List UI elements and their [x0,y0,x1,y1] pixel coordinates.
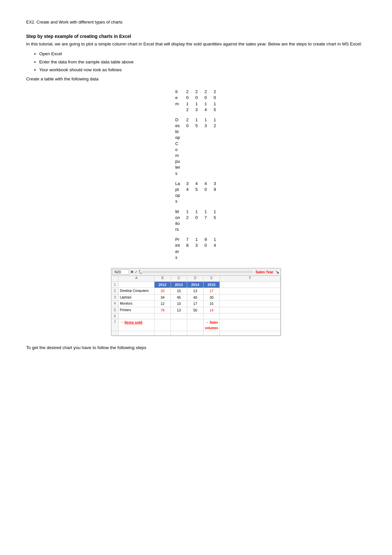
row-7-b [155,319,171,331]
row-6-c [171,313,187,319]
row-7-d [187,319,204,331]
row-2-b[interactable]: 20 [155,288,171,294]
val-monitors-2014: 17 [201,206,210,234]
table-row-desktop: DesktopComputers 20 15 13 12 [172,114,219,177]
row-8-d [187,331,204,335]
row-4-a[interactable]: Monitors [119,301,155,307]
val-printers-2013: 13 [192,233,201,261]
row-5-e[interactable]: 14 [204,307,220,313]
arrow-top: ↘ [275,269,279,275]
col-2013-header: 2013 [192,88,201,114]
year-2012: 2012 [186,89,188,112]
row-1-b[interactable]: 2012 [155,282,171,288]
row-3-num: 3 [111,294,119,301]
val-laptops-2014: 40 [201,177,210,206]
val-monitors-2013: 10 [192,206,201,234]
cancel-icon[interactable]: ✖ [130,270,134,274]
row-8-b [155,331,171,335]
row-7-f [220,319,281,331]
col-2014-header: 2014 [201,88,210,114]
val-desktop-2012: 20 [183,114,192,177]
row-1-a [119,282,155,288]
arrow-left: → [120,320,123,324]
val-monitors-2015: 15 [210,206,220,234]
item-desktop: DesktopComputers [172,114,183,177]
val-desktop-2013: 15 [192,114,201,177]
table-row-printers: Printers 78 13 90 14 [172,233,219,261]
row-4-f [220,301,281,307]
row-4-b[interactable]: 12 [155,301,171,307]
item-header-text: Item [175,89,179,106]
row-num-spacer [111,276,119,281]
row-1-c[interactable]: 2013 [171,282,187,288]
row-6-a [119,313,155,319]
row-2-c[interactable]: 15 [171,288,187,294]
sales-year-label: Sales Year [255,270,273,274]
row-4-c[interactable]: 10 [171,301,187,307]
row-8-c [171,331,187,335]
row-1-d[interactable]: 2014 [187,282,204,288]
row-7-items-sold[interactable]: → Items sold [119,319,155,331]
val-printers-2015: 14 [210,233,220,261]
row-2-f [220,288,281,294]
formula-bar: N20 ✖ ✓ fx Sales Year ↘ [111,268,281,276]
table-row-monitors: Monitors 12 10 17 15 [172,206,219,234]
item-printers: Printers [172,233,183,261]
col-header-a: A [119,276,155,281]
row-8-a [119,331,155,335]
row-7-num: 7 [111,319,119,331]
bullet-3: Your workbook should now look as follows [39,66,366,74]
year-2013: 2013 [195,89,198,112]
row-3-c[interactable]: 45 [171,294,187,301]
row-3-e[interactable]: 30 [204,294,220,301]
row-5-b[interactable]: 78 [155,307,171,313]
row-4-d[interactable]: 17 [187,301,204,307]
bullet-list: Open Excel Enter the data from the sampl… [39,50,366,74]
row-1-f [220,282,281,288]
bullet-1: Open Excel [39,50,366,58]
items-sold-label: Items sold [124,320,142,324]
row-2-d[interactable]: 13 [187,288,204,294]
row-2-a[interactable]: Desktop Computers [119,288,155,294]
excel-row-5: 5 Printers 78 13 50 14 [111,307,281,314]
excel-wrapper: N20 ✖ ✓ fx Sales Year ↘ A B C D E F [26,268,366,336]
excel-row-6: 6 [111,313,281,319]
row-3-b[interactable]: 34 [155,294,171,301]
section-title: Step by step example of creating charts … [26,34,366,39]
page-title: EX2. Create and Work with different type… [26,20,366,25]
row-8-e [204,331,220,335]
row-3-f [220,294,281,301]
row-3-a[interactable]: Laptops [119,294,155,301]
row-4-e[interactable]: 15 [204,301,220,307]
row-5-c[interactable]: 13 [171,307,187,313]
val-laptops-2013: 45 [192,177,201,206]
year-2015: 2015 [214,89,216,112]
name-box[interactable]: N20 [113,269,129,275]
table-row-laptops: Laptops 34 45 40 39 [172,177,219,206]
excel-row-8 [111,331,281,336]
row-2-e[interactable]: 17 [204,288,220,294]
confirm-icon[interactable]: ✓ [135,270,138,274]
formula-input[interactable] [143,271,252,273]
excel-container: N20 ✖ ✓ fx Sales Year ↘ A B C D E F [111,268,281,336]
row-6-b [155,313,171,319]
row-5-d[interactable]: 50 [187,307,204,313]
footer-text: To get the desired chart you have to fol… [26,345,366,350]
row-5-num: 5 [111,307,119,313]
name-box-value: N20 [114,270,121,274]
row-3-d[interactable]: 40 [187,294,204,301]
col-header-f: F [220,276,281,281]
page-header: EX2. Create and Work with different type… [26,20,366,25]
row-6-num: 6 [111,313,119,319]
row-2-num: 2 [111,288,119,294]
col-header-b: B [155,276,171,281]
arrow-sales-volumes: → [205,320,208,324]
item-monitors: Monitors [172,206,183,234]
row-4-num: 4 [111,301,119,307]
row-5-a[interactable]: Printers [119,307,155,313]
row-8-f [220,331,281,335]
table-header-row: Item 2012 2013 2014 2015 [172,88,219,114]
function-icon[interactable]: fx [139,269,142,275]
row-1-e[interactable]: 2015 [204,282,220,288]
val-laptops-2015: 39 [210,177,220,206]
